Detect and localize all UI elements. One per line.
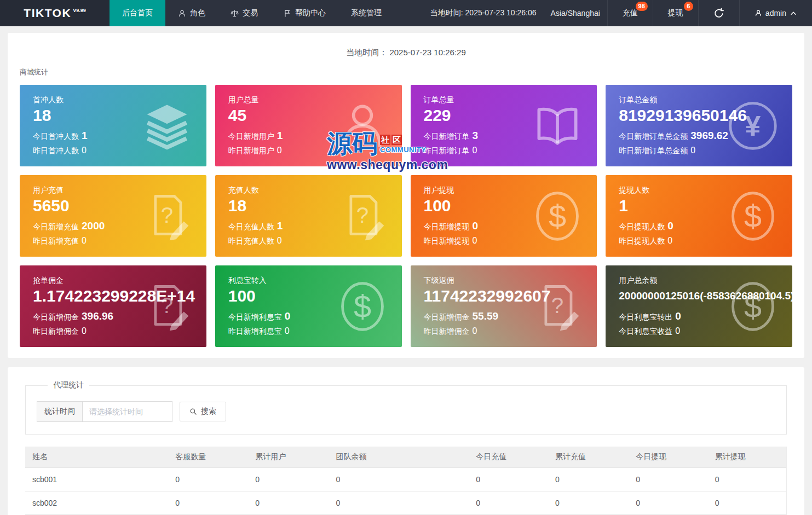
stat-yesterday-value: 0 [473,236,477,245]
stat-time-input[interactable] [83,401,172,422]
stat-card-today-line: 今日新增用户1 [228,130,389,142]
table-header-cell: 累计用户 [248,447,329,468]
stat-yesterday-label: 昨日新增提现 [424,236,470,245]
local-time-value: 2025-07-23 10:26:29 [389,48,465,57]
table-cell: 0 [708,491,786,515]
stat-today-value: 0 [667,220,673,232]
shop-stats-panel: 当地时间： 2025-07-23 10:26:29 商城统计 首冲人数 18 今… [8,33,804,358]
stat-today-value: 1 [277,220,283,232]
stat-card-value: 1.174223299228E+14 [33,286,193,306]
stat-card-value: 5650 [33,195,193,216]
stat-time-label: 统计时间 [37,401,83,422]
stat-card-yesterday-line: 昨日充值人数0 [228,236,389,246]
stat-yesterday-value: 0 [473,326,477,335]
table-header-cell: 团队余额 [329,447,469,468]
stat-today-value: 0 [675,310,681,322]
recharge-menu[interactable]: 充值 98 [607,0,653,26]
stat-today-value: 3969.62 [690,130,728,141]
table-header-cell: 客服数量 [168,447,248,468]
stat-card: 订单总金额 81929139650146 今日新增订单总金额3969.62 昨日… [606,85,792,166]
stat-yesterday-label: 昨日新增订单总金额 [619,146,688,155]
table-cell: 0 [548,491,629,515]
section-title-shop-stats: 商城统计 [20,67,792,77]
table-cell: scb001 [25,468,168,491]
agent-stats-panel: 代理统计 统计时间 搜索 姓名客服数量累计用户团队余额今日充值累计充值今日提现累… [8,367,804,515]
stat-card-today-line: 今日新增佣金396.96 [33,310,193,322]
app-version: V9.99 [73,8,86,13]
stat-cards-grid: 首冲人数 18 今日首冲人数1 昨日首冲人数0 用户总量 45 今日新增用户1 … [20,85,792,347]
stat-card-value: 100 [228,286,389,306]
agent-stats-fieldset: 代理统计 统计时间 搜索 [25,380,787,435]
stat-card-today-line: 今日新增充值2000 [33,220,193,232]
stat-card-today-line: 今日充值人数1 [228,220,389,232]
withdraw-menu[interactable]: 提现 6 [653,0,698,26]
stat-card: 抢单佣金 1.174223299228E+14 今日新增佣金396.96 昨日新… [20,265,206,347]
stat-card-today-line: 今日首冲人数1 [33,130,193,142]
stat-yesterday-value: 0 [277,146,282,155]
nav-item[interactable]: 交易 [218,0,270,26]
table-header-cell: 姓名 [25,447,168,468]
nav-item-label: 系统管理 [351,8,382,18]
recharge-badge: 98 [636,2,648,11]
table-cell: 0 [329,491,469,515]
flag-icon [283,9,291,18]
stat-today-value: 3 [473,130,479,141]
stat-card: 用户总余额 20000000125016(-8583626880104.5) 今… [606,265,792,347]
user-icon [755,9,762,17]
table-header-cell: 累计充值 [548,447,629,468]
stat-yesterday-label: 昨日新增订单 [424,146,470,155]
stat-yesterday-label: 昨日新增用户 [228,146,274,155]
user-menu[interactable]: admin [739,0,812,26]
stat-time-input-group: 统计时间 [37,401,172,422]
stat-yesterday-value: 0 [82,236,87,245]
local-time-label: 当地时间： [346,48,387,57]
table-cell: 0 [469,491,548,515]
stat-card-today-line: 今日新增佣金55.59 [424,310,584,322]
stat-today-label: 今日新增佣金 [424,313,470,321]
table-cell: 0 [629,491,708,515]
nav-item[interactable]: 后台首页 [110,0,165,26]
section-title-agent-stats: 代理统计 [48,380,89,390]
table-cell: scb002 [25,491,168,515]
stat-today-label: 今日新增提现 [424,222,470,231]
table-cell: 0 [329,468,469,491]
nav-item[interactable]: 角色 [165,0,218,26]
stat-card-yesterday-line: 昨日新增利息宝0 [228,326,389,337]
stat-yesterday-label: 昨日新增充值 [33,236,79,245]
refresh-button[interactable] [698,0,739,26]
stat-today-value: 1 [82,130,88,141]
nav-item[interactable]: 帮助中心 [270,0,338,26]
stat-yesterday-value: 0 [82,326,87,335]
main-nav: 后台首页 角色 交易 帮助中心 系统管理 [110,0,394,26]
table-row: scb0020000000 [25,491,786,515]
stat-today-value: 2000 [82,220,105,232]
search-button[interactable]: 搜索 [180,402,226,421]
table-cell: 0 [248,468,329,491]
stat-card: 提现人数 1 今日提现人数0 昨日提现人数0 $ [606,175,792,257]
page-content: 当地时间： 2025-07-23 10:26:29 商城统计 首冲人数 18 今… [0,26,812,515]
stat-card: 用户提现 100 今日新增提现0 昨日新增提现0 $ [411,175,597,257]
stat-yesterday-value: 0 [667,236,672,245]
stat-card-yesterday-line: 今日利息宝收益0 [619,326,779,337]
table-cell: 0 [168,491,248,515]
withdraw-label: 提现 [668,8,683,18]
timezone-text: Asia/Shanghai [544,0,607,26]
stat-card-yesterday-line: 昨日提现人数0 [619,236,779,246]
app-logo-text: TIKTOK [24,7,71,20]
table-header-row: 姓名客服数量累计用户团队余额今日充值累计充值今日提现累计提现 [25,447,786,468]
stat-card-today-line: 今日利息宝转出0 [619,310,779,322]
scales-icon [231,9,239,18]
table-cell: 0 [469,468,548,491]
nav-item-label: 帮助中心 [295,8,326,18]
stat-card-today-line: 今日新增订单总金额3969.62 [619,130,779,142]
stat-yesterday-label: 昨日新增佣金 [424,327,470,335]
stat-card-yesterday-line: 昨日新增用户0 [228,146,389,156]
stat-card-value: 18 [33,105,193,126]
nav-item-label: 后台首页 [122,8,153,18]
stat-card-value: 1 [619,195,779,216]
app-logo: TIKTOK V9.99 [0,0,110,26]
nav-item[interactable]: 系统管理 [338,0,394,26]
stat-card-value: 20000000125016(-8583626880104.5) [619,286,779,306]
stat-today-value: 1 [277,130,283,141]
chevron-up-icon [790,9,797,17]
